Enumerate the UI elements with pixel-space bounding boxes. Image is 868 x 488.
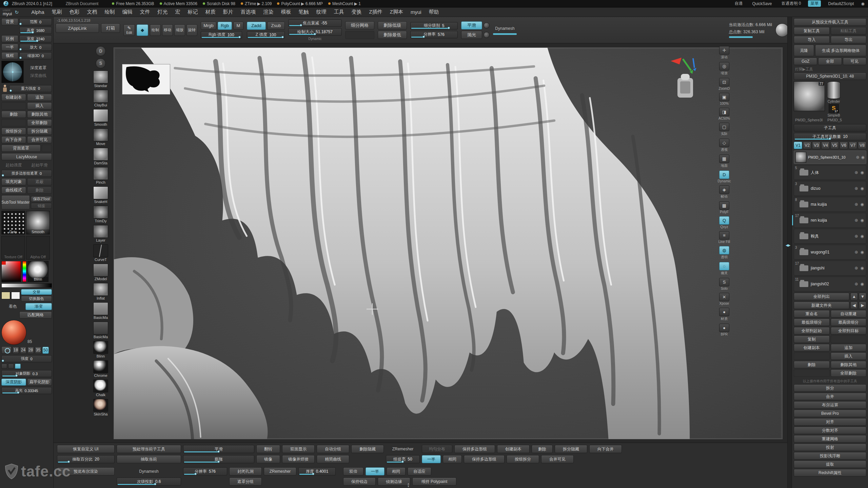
brush-damstandard[interactable]: DamSta — [93, 148, 108, 165]
slider-knob[interactable] — [448, 27, 450, 29]
zsub-button[interactable]: Zsub — [267, 22, 285, 30]
detect-edges-button[interactable]: 侦测边缘 — [378, 477, 410, 486]
document-canvas[interactable] — [114, 47, 783, 439]
curve-mode-button[interactable]: 曲线模式 — [1, 187, 26, 194]
panel-divider[interactable]: ◀▶ — [787, 17, 792, 488]
fov-35-button[interactable]: 35 — [35, 347, 41, 354]
subtool-tab-V5[interactable]: V5 — [830, 142, 839, 149]
fov-18-button[interactable]: 18 — [13, 347, 19, 354]
floor-button[interactable]: ▦地面 — [719, 155, 729, 168]
load-tool-button[interactable]: 从预设文件载入工具 — [794, 18, 866, 26]
simplify-curve-button[interactable]: 精简曲线 — [317, 455, 349, 463]
delete-lowest-button[interactable]: 删除最低 — [378, 31, 407, 39]
copy-tool-button[interactable]: 复制工具 — [794, 27, 830, 35]
move-down-icon[interactable]: ▼ — [859, 293, 866, 300]
double-sided-button[interactable]: 双面显示 — [282, 445, 315, 453]
stroke-smooth-thumb[interactable]: Smooth — [26, 211, 50, 235]
menu-9[interactable]: 标记 — [184, 7, 202, 17]
gear-icon[interactable]: ⊛ — [854, 282, 858, 286]
polish-button[interactable]: 抛光 — [461, 31, 482, 39]
dynamesh-label[interactable]: Dynamesh — [493, 25, 517, 32]
mask-button[interactable]: 遮蔽 — [27, 178, 52, 185]
prepare-subtool-button[interactable]: 预处理当前子工具 — [117, 445, 181, 453]
material-ball-button[interactable]: ●材质 — [719, 308, 729, 321]
menu-21[interactable]: myui — [407, 7, 425, 17]
goz-all-button[interactable]: 全部 — [818, 58, 842, 65]
autogroup-button[interactable]: 自动分组 — [317, 445, 349, 453]
merge-down-bottom-button[interactable]: 向下合并 — [589, 445, 622, 453]
export-button[interactable]: 导出 — [831, 36, 867, 43]
action-提取-button[interactable]: 提取 — [794, 461, 866, 468]
paste-tool-button[interactable]: 粘贴工具 — [831, 27, 867, 35]
slider-knob[interactable] — [312, 473, 314, 475]
merge-visible-button[interactable]: 合并可见 — [27, 136, 52, 143]
menu-10[interactable]: 材质 — [202, 7, 219, 17]
ghost-button[interactable]: ◌幽灵 — [719, 262, 729, 276]
thickness-slider[interactable]: 厚度0.4001 — [298, 467, 336, 475]
xpose-button[interactable]: ✕Xpose — [719, 293, 729, 305]
delete-hidden-button[interactable]: 删除隐藏 — [351, 445, 384, 453]
stroke-dots-thumb[interactable]: Dots — [1, 211, 25, 235]
gear-icon[interactable]: ⊛ — [856, 155, 859, 160]
uniform-button[interactable]: 均匀分布 — [422, 445, 452, 453]
subtool-folder-7[interactable]: 11jiangshi02⊛◉ — [794, 277, 866, 291]
open-tool-label[interactable]: 打開▶工具 — [794, 66, 866, 72]
lazymouse-button[interactable]: LazyMouse — [1, 153, 52, 160]
subtool-folder-6[interactable]: 17jiangshi⊛◉ — [794, 261, 866, 276]
dynamic-mode-label[interactable]: Dynamic — [288, 37, 342, 41]
bpr-button[interactable]: ●BPR — [719, 324, 729, 336]
move-left-icon[interactable]: ◀ — [850, 302, 858, 309]
mrgb-button[interactable]: Mrgb — [201, 22, 216, 30]
polyframe-button[interactable]: ▩PolyF — [719, 201, 729, 214]
menu-11[interactable]: 影片 — [219, 7, 237, 17]
subtool-创建副本-button[interactable]: 创建副本 — [794, 344, 830, 351]
gear-icon[interactable]: ⊛ — [854, 170, 858, 175]
subtool-重命名-button[interactable]: 重命名 — [794, 310, 830, 318]
brush-smooth[interactable]: Smooth — [93, 109, 108, 126]
fov-28-button[interactable]: 28 — [27, 347, 34, 354]
rgb-button[interactable]: Rgb — [218, 22, 232, 30]
slider-knob[interactable] — [422, 36, 425, 38]
close-holes-button[interactable]: 封闭孔洞 — [229, 467, 262, 475]
gear-icon[interactable]: ⊛ — [854, 234, 858, 239]
subtool-header[interactable]: 子工具 — [794, 124, 866, 131]
dynamic-mode-button[interactable]: DDynamic — [718, 170, 731, 183]
menu-6[interactable]: 文件 — [136, 7, 154, 17]
scale-3d-slider[interactable]: 缩放3D0 — [19, 52, 52, 59]
insert-button[interactable]: 插入 — [27, 102, 52, 109]
subtool-追加-button[interactable]: 追加 — [831, 344, 867, 351]
fov-50-button[interactable]: 50 — [42, 347, 49, 354]
menu-7[interactable]: 灯光 — [154, 7, 172, 17]
slider-knob[interactable] — [19, 23, 22, 25]
keep-polypaint-button[interactable]: 维持 Polypaint — [412, 477, 456, 486]
menu-1[interactable]: 笔刷 — [48, 7, 66, 17]
new-folder-button[interactable]: 新建文件夹 — [794, 302, 849, 309]
goz-button[interactable]: GoZ — [794, 58, 817, 65]
slider-knob[interactable] — [314, 33, 316, 35]
subtool-visible-count-slider[interactable]: 子工具可见数量 10 — [794, 133, 866, 140]
subtool-tab-V2[interactable]: V2 — [803, 142, 811, 149]
eye-icon[interactable]: ◉ — [861, 282, 864, 286]
action-布尔运算-button[interactable]: 布尔运算 — [794, 401, 866, 409]
menu-5[interactable]: 编辑 — [119, 7, 136, 17]
quick-focal-knob[interactable]: S — [96, 58, 106, 68]
frame-button[interactable]: 视框 — [1, 52, 18, 59]
subtool-folder-2[interactable]: 8ma kuijia⊛◉ — [794, 197, 866, 212]
doc-height-slider[interactable]: 高度1680 — [19, 27, 52, 34]
user-menu-block[interactable]: USER myui — [3, 9, 12, 16]
delete-all-button[interactable]: 全部删除 — [27, 119, 52, 126]
alpha-thumbnail[interactable] — [122, 64, 170, 95]
material-chrome[interactable]: Chrome — [93, 360, 108, 378]
menu-14[interactable]: 模板 — [277, 7, 295, 17]
slider-knob[interactable] — [32, 31, 34, 34]
main-color-swatch[interactable] — [1, 292, 10, 299]
menu-0[interactable]: Alpha — [27, 7, 48, 17]
doc-width-slider[interactable]: 宽度2240 — [19, 35, 52, 42]
subtool-tab-V3[interactable]: V3 — [812, 142, 821, 149]
current-subtool-row[interactable]: PM3D_Sphere3D1_10 ⊛ ◉ — [794, 150, 866, 164]
fov-24-button[interactable]: 24 — [20, 347, 26, 354]
action-拆分-button[interactable]: 拆分 — [794, 384, 866, 392]
depth-mask-sphere[interactable] — [1, 61, 24, 83]
split-hidden-bottom-button[interactable]: 拆分隐藏 — [555, 445, 587, 453]
menu-8[interactable]: 宏 — [172, 7, 184, 17]
